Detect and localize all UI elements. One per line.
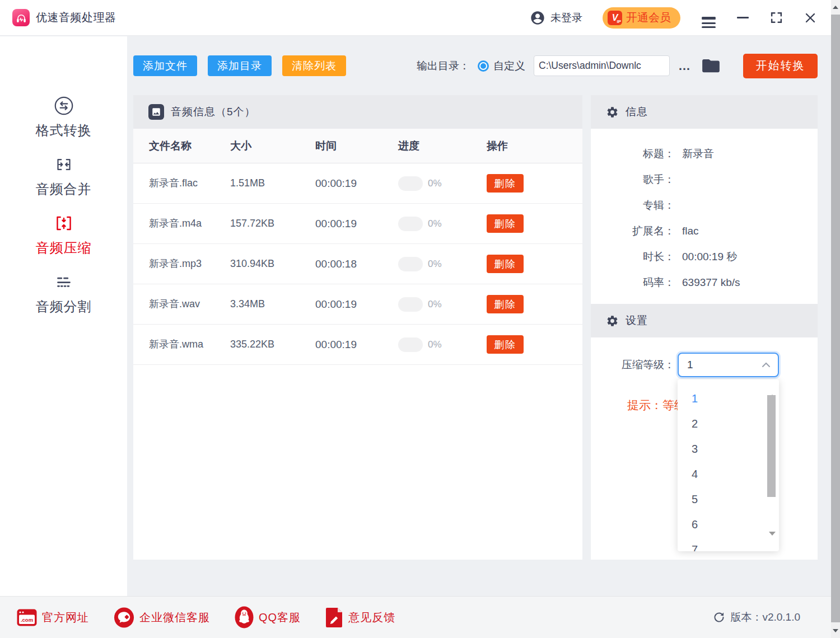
wechat-support-link[interactable]: 企业微信客服 (114, 607, 210, 628)
version-value: v2.0.1.0 (762, 611, 800, 623)
link-label: 企业微信客服 (139, 610, 210, 625)
sidebar-item-format-convert[interactable]: 格式转换 (36, 93, 92, 139)
table-row[interactable]: 新录音.m4a 157.72KB 00:00:19 0% 删除 (133, 204, 582, 244)
sidebar: 格式转换 音频合并 音频压缩 (0, 36, 127, 596)
dropdown-scroll-thumb[interactable] (767, 395, 776, 497)
output-dir-label: 输出目录： (417, 59, 470, 73)
scroll-thumb[interactable] (831, 15, 840, 622)
audio-info-icon (148, 104, 164, 120)
level-dropdown: 1 2 3 4 5 6 7 (678, 379, 779, 551)
feedback-icon (325, 607, 343, 628)
scroll-down-button[interactable] (831, 623, 840, 638)
progress-value: 0% (428, 178, 442, 189)
file-name: 新录音.wma (149, 339, 203, 350)
scroll-up-button[interactable] (831, 0, 840, 15)
delete-button[interactable]: 删除 (487, 255, 524, 273)
window-scrollbar[interactable] (831, 0, 840, 638)
field-value: flac (682, 225, 699, 237)
compress-level-row: 压缩等级： 1 (591, 353, 818, 377)
official-site-link[interactable]: .com 官方网址 (17, 609, 89, 626)
wechat-icon (114, 607, 134, 628)
app-window: 优速音频处理器 未登录 VIP 开通会员 (0, 0, 840, 638)
link-label: 意见反馈 (348, 610, 395, 625)
compress-level-select[interactable]: 1 (678, 353, 779, 377)
file-name: 新录音.wav (149, 298, 200, 309)
settings-title: 设置 (626, 313, 648, 328)
add-file-button[interactable]: 添加文件 (133, 55, 197, 76)
progress-bar (398, 217, 423, 231)
file-time: 00:00:19 (315, 298, 398, 311)
sidebar-item-audio-merge[interactable]: 音频合并 (36, 152, 92, 198)
progress-bar (398, 297, 423, 312)
titlebar: 优速音频处理器 未登录 VIP 开通会员 (0, 0, 831, 36)
dropdown-option[interactable]: 5 (678, 487, 779, 512)
refresh-icon[interactable] (713, 611, 725, 623)
chevron-up-icon (761, 362, 771, 368)
dropdown-option[interactable]: 3 (678, 437, 779, 462)
file-size: 335.22KB (230, 339, 315, 350)
qq-icon (235, 606, 254, 628)
table-row[interactable]: 新录音.mp3 310.94KB 00:00:18 0% 删除 (133, 244, 582, 284)
qq-support-link[interactable]: QQ客服 (235, 606, 301, 628)
detail-panel: 信息 标题：新录音 歌手： 专辑： 扩展名：flac 时长：00:00:19 秒… (591, 95, 818, 560)
audio-list-header: 音频信息（5个） (133, 95, 582, 129)
dropdown-option[interactable]: 7 (678, 537, 779, 551)
clear-list-button[interactable]: 清除列表 (282, 55, 346, 76)
progress-bar (398, 257, 423, 271)
table-header: 文件名称 大小 时间 进度 操作 (133, 129, 582, 163)
login-area[interactable]: 未登录 (530, 10, 582, 26)
file-time: 00:00:19 (315, 339, 398, 351)
maximize-button[interactable] (770, 11, 783, 24)
add-folder-button[interactable]: 添加目录 (208, 55, 272, 76)
progress-value: 0% (428, 339, 442, 350)
main-content: 添加文件 添加目录 清除列表 输出目录： 自定义 … 开始转换 (127, 36, 831, 596)
file-name: 新录音.flac (149, 177, 198, 189)
dropdown-option[interactable]: 1 (678, 386, 779, 411)
app-logo-icon (12, 9, 30, 26)
delete-button[interactable]: 删除 (487, 174, 524, 193)
feedback-link[interactable]: 意见反馈 (325, 607, 395, 628)
website-icon: .com (17, 609, 37, 626)
output-path-input[interactable] (534, 55, 670, 76)
table-row[interactable]: 新录音.flac 1.51MB 00:00:19 0% 删除 (133, 163, 582, 204)
field-label: 扩展名： (591, 224, 675, 238)
file-size: 157.72KB (230, 218, 315, 229)
progress-bar (398, 337, 423, 352)
delete-button[interactable]: 删除 (487, 335, 524, 354)
custom-radio[interactable] (478, 60, 489, 72)
col-progress: 进度 (398, 139, 487, 153)
file-name: 新录音.mp3 (149, 258, 202, 269)
menu-button[interactable] (702, 16, 716, 20)
minimize-button[interactable] (737, 17, 749, 18)
login-status[interactable]: 未登录 (550, 11, 582, 25)
dropdown-scrollbar[interactable] (767, 384, 776, 547)
start-convert-button[interactable]: 开始转换 (743, 54, 818, 78)
dropdown-option[interactable]: 2 (678, 411, 779, 437)
link-label: QQ客服 (259, 610, 301, 625)
format-convert-icon (52, 93, 76, 118)
footer: .com 官方网址 企业微信客服 QQ客服 (0, 596, 831, 638)
table-row[interactable]: 新录音.wma 335.22KB 00:00:19 0% 删除 (133, 325, 582, 365)
select-value: 1 (687, 359, 693, 371)
table-row[interactable]: 新录音.wav 3.34MB 00:00:19 0% 删除 (133, 284, 582, 325)
panels: 音频信息（5个） 文件名称 大小 时间 进度 操作 新录音.flac 1.51M… (127, 95, 831, 560)
open-folder-icon[interactable] (702, 58, 720, 73)
vip-button[interactable]: VIP 开通会员 (603, 7, 680, 29)
dropdown-option[interactable]: 6 (678, 512, 779, 537)
col-time: 时间 (315, 139, 398, 153)
sidebar-item-audio-split[interactable]: 音频分割 (36, 270, 92, 316)
sidebar-item-audio-compress[interactable]: 音频压缩 (36, 211, 92, 257)
more-options-button[interactable]: … (678, 59, 691, 73)
field-label: 歌手： (591, 172, 675, 187)
field-value: 00:00:19 秒 (682, 250, 737, 264)
dropdown-option[interactable]: 4 (678, 462, 779, 487)
vip-label: 开通会员 (626, 10, 671, 25)
vip-icon: VIP (608, 11, 622, 25)
delete-button[interactable]: 删除 (487, 214, 524, 233)
custom-radio-label: 自定义 (493, 59, 525, 73)
field-label: 时长： (591, 250, 675, 264)
close-button[interactable] (804, 12, 816, 24)
sidebar-item-label: 音频分割 (36, 298, 92, 316)
svg-text:.com: .com (21, 617, 33, 623)
delete-button[interactable]: 删除 (487, 295, 524, 313)
